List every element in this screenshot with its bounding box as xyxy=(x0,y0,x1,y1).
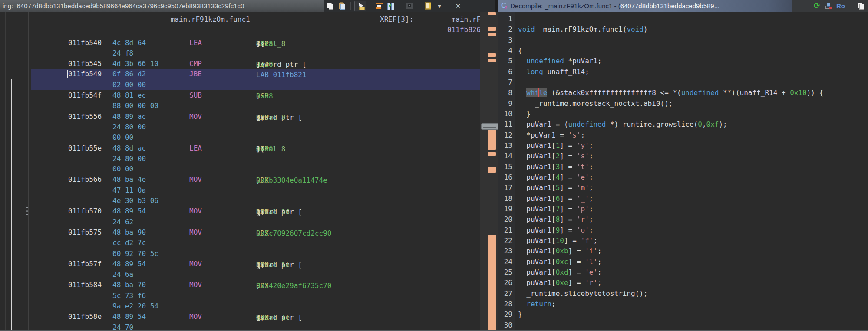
program-diff-button[interactable] xyxy=(385,1,396,11)
decompiler-line[interactable]: 18 puVar1[6] = '_'; xyxy=(498,193,868,204)
change-marker[interactable] xyxy=(488,235,496,331)
decompiler-line[interactable]: 25 puVar1[0xd] = 'e'; xyxy=(498,267,868,278)
disassembly-listing-panel[interactable]: _main.rF91kzOm.func1XREF[3]:_main.rF9011… xyxy=(0,12,480,331)
listing-row[interactable]: 011fb58e48 89 54MOVqword ptr [RSP + loca… xyxy=(0,311,480,322)
listing-row[interactable]: 4e 30 b3 06 xyxy=(0,196,480,206)
decompiler-line[interactable]: 9 _runtime.morestack_noctxt.abi0(); xyxy=(498,98,868,109)
code-text[interactable]: { xyxy=(518,46,522,56)
asm-bytes[interactable]: 48 89 54 xyxy=(112,207,146,215)
decompiler-line[interactable]: 11 puVar1 = (undefined *)_runtime.growsl… xyxy=(498,119,868,130)
asm-mnemonic[interactable]: MOV xyxy=(189,175,202,184)
listing-row[interactable]: 47 11 0a xyxy=(0,185,480,196)
asm-bytes[interactable]: 24 f8 xyxy=(112,49,133,57)
asm-mnemonic[interactable]: LEA xyxy=(189,39,202,47)
code-text[interactable]: puVar1[4] = 'e'; xyxy=(518,172,593,183)
code-text[interactable]: } xyxy=(518,109,531,119)
xref-reference[interactable]: _main.rF9 xyxy=(447,15,480,23)
asm-bytes[interactable]: 48 81 ec xyxy=(112,91,146,99)
overview-marker-strip[interactable] xyxy=(480,12,498,331)
code-text[interactable]: void _main.rF91kzOm.func1(void) xyxy=(518,24,648,35)
decompiler-line[interactable]: 17 puVar1[5] = 'm'; xyxy=(498,183,868,193)
asm-bytes[interactable]: 48 89 ac xyxy=(112,112,146,121)
copy-decompile-button[interactable] xyxy=(855,1,866,11)
listing-row[interactable]: 011fb57f48 89 54MOVqword ptr [RSP + loca… xyxy=(0,259,480,269)
listing-row[interactable]: 24 80 00 xyxy=(0,122,480,132)
code-text[interactable]: _runtime.morestack_noctxt.abi0(); xyxy=(518,98,673,109)
snapshot-button[interactable] xyxy=(404,1,415,11)
asm-address[interactable]: 011fb545 xyxy=(68,59,102,68)
decompiler-line[interactable]: 13 puVar1[1] = 'y'; xyxy=(498,141,868,151)
asm-bytes[interactable]: 24 80 00 xyxy=(112,154,146,163)
asm-bytes[interactable]: 0f 86 d2 xyxy=(112,70,146,78)
decompiler-line[interactable]: 8 while (&stack0xfffffffffffffff8 <= *(u… xyxy=(498,88,868,98)
copy-button[interactable] xyxy=(324,1,336,11)
asm-bytes[interactable]: 24 80 00 xyxy=(112,123,146,131)
asm-bytes[interactable]: 47 11 0a xyxy=(112,186,146,194)
decompiler-line[interactable]: 21 puVar1[9] = 'o'; xyxy=(498,225,868,236)
asm-address[interactable]: 011fb556 xyxy=(68,112,102,121)
code-text[interactable]: puVar1[8] = 'r'; xyxy=(518,214,593,225)
xref-reference[interactable]: 011fb826( xyxy=(447,26,480,34)
scrollbar-thumb[interactable] xyxy=(481,123,498,130)
code-text[interactable]: *puVar1 = 's'; xyxy=(518,130,585,141)
asm-address[interactable]: 011fb57f xyxy=(68,260,102,268)
asm-bytes[interactable]: 48 89 54 xyxy=(112,312,146,321)
code-text[interactable]: puVar1 = (undefined *)_runtime.growslice… xyxy=(518,119,727,130)
asm-bytes[interactable]: 60 92 70 5c xyxy=(112,249,158,258)
asm-bytes[interactable]: 4e 30 b3 06 xyxy=(112,197,158,205)
asm-bytes[interactable]: 9a e2 20 54 xyxy=(112,302,158,310)
cursor-location-button[interactable] xyxy=(354,1,366,11)
listing-row[interactable]: 011fb57548 ba 90MOVRDX,0x5c7092607cd2cc9… xyxy=(0,227,480,238)
code-text[interactable]: puVar1[10] = 'f'; xyxy=(518,236,597,246)
asm-mnemonic[interactable]: MOV xyxy=(189,207,202,215)
listing-row[interactable]: 011fb55e48 8d acLEARBP=>local_8,[RSP + 0… xyxy=(0,143,480,154)
code-text[interactable]: puVar1[0xd] = 'e'; xyxy=(518,267,602,278)
decompiler-line[interactable]: 4{ xyxy=(498,46,868,56)
asm-bytes[interactable]: 48 ba 70 xyxy=(112,281,146,289)
asm-mnemonic[interactable]: CMP xyxy=(189,59,202,68)
function-label[interactable]: _main.rF91kzOm.func1 xyxy=(166,15,250,23)
code-text[interactable]: return; xyxy=(518,299,556,309)
refresh-button[interactable]: ⟳ xyxy=(811,1,822,11)
listing-row[interactable]: 011fb54f48 81 ecSUBRSP,0x88 xyxy=(0,90,480,101)
asm-address[interactable]: 011fb54f xyxy=(68,91,102,99)
decompiler-line[interactable]: 14 puVar1[2] = 's'; xyxy=(498,151,868,161)
asm-bytes[interactable]: 88 00 00 00 xyxy=(112,102,158,110)
decompiler-line[interactable]: 23 puVar1[0xb] = 'i'; xyxy=(498,246,868,256)
call-graph-button[interactable] xyxy=(822,1,834,11)
decompiler-line[interactable]: 20 puVar1[8] = 'r'; xyxy=(498,214,868,225)
ro-button[interactable]: Ro xyxy=(834,1,848,11)
listing-row[interactable]: 011fb5490f 86 d2JBELAB_011fb821 xyxy=(0,69,480,79)
code-text[interactable]: puVar1[0xc] = 'l'; xyxy=(518,257,602,267)
asm-bytes[interactable]: 48 8d ac xyxy=(112,144,146,152)
code-text[interactable]: puVar1[7] = 'p'; xyxy=(518,204,593,214)
asm-bytes[interactable]: 48 ba 4e xyxy=(112,175,146,184)
listing-row[interactable]: 011fb826( xyxy=(0,25,480,35)
decompiler-title[interactable]: Cf Decompile: _main.rF91kzOm.func1 - ( 6… xyxy=(498,0,792,12)
asm-bytes[interactable]: 02 00 00 xyxy=(112,81,146,89)
code-text[interactable]: puVar1[5] = 'm'; xyxy=(518,183,593,193)
code-text[interactable]: undefined *puVar1; xyxy=(518,56,602,66)
asm-address[interactable]: 011fb55e xyxy=(68,144,102,152)
asm-bytes[interactable]: cc d2 7c xyxy=(112,239,146,247)
listing-row[interactable]: cc d2 7c xyxy=(0,238,480,248)
decompiler-line[interactable]: 12 *puVar1 = 's'; xyxy=(498,130,868,141)
listing-row[interactable]: 00 00 xyxy=(0,164,480,174)
listing-row[interactable]: 24 70 xyxy=(0,322,480,331)
decompiler-line[interactable]: 1 xyxy=(498,14,868,24)
asm-mnemonic[interactable]: MOV xyxy=(189,260,202,268)
asm-bytes[interactable]: 48 89 54 xyxy=(112,260,146,268)
asm-mnemonic[interactable]: MOV xyxy=(189,281,202,289)
change-marker[interactable] xyxy=(488,129,496,150)
listing-row[interactable]: 24 6a xyxy=(0,269,480,280)
code-text[interactable]: puVar1[6] = '_'; xyxy=(518,193,593,204)
decompiler-line[interactable]: 22 puVar1[10] = 'f'; xyxy=(498,236,868,246)
listing-row[interactable]: 5c 73 f6 xyxy=(0,291,480,301)
code-text[interactable]: puVar1[2] = 's'; xyxy=(518,151,593,161)
asm-mnemonic[interactable]: SUB xyxy=(189,91,202,99)
listing-row[interactable]: 24 80 00 xyxy=(0,154,480,164)
asm-mnemonic[interactable]: MOV xyxy=(189,112,202,121)
decompiler-line[interactable]: 29} xyxy=(498,309,868,320)
listing-row[interactable]: _main.rF91kzOm.func1XREF[3]:_main.rF9 xyxy=(0,14,480,25)
code-text[interactable]: } xyxy=(518,309,522,320)
